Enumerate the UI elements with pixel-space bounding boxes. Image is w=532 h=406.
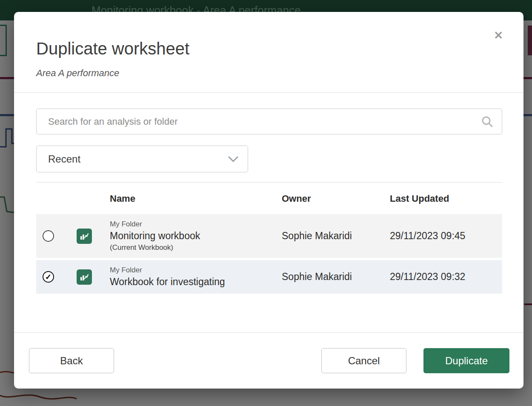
sort-filter-select[interactable]: Recent	[36, 146, 248, 172]
workbook-folder: My Folder	[110, 220, 282, 229]
radio-unselected[interactable]	[43, 230, 54, 242]
workbook-name-cell: My Folder Monitoring workbook (Current W…	[110, 220, 282, 252]
close-icon[interactable]: ✕	[494, 30, 503, 41]
back-button[interactable]: Back	[29, 348, 114, 373]
dialog-header: Duplicate worksheet Area A performance ✕	[14, 12, 523, 93]
duplicate-button[interactable]: Duplicate	[423, 348, 509, 373]
workbook-last-updated: 29/11/2023 09:45	[390, 230, 502, 242]
workbook-name-cell: My Folder Workbook for investigating	[110, 266, 282, 288]
checkmark-icon: ✓	[45, 273, 51, 281]
dialog-subtitle: Area A performance	[36, 68, 501, 79]
duplicate-worksheet-dialog: Duplicate worksheet Area A performance ✕…	[14, 12, 523, 389]
column-header-name: Name	[110, 193, 282, 204]
table-header-row: Name Owner Last Updated	[36, 182, 502, 214]
search-input[interactable]	[36, 109, 502, 134]
workbook-last-updated: 29/11/2023 09:32	[390, 271, 502, 283]
column-header-owner: Owner	[282, 193, 390, 204]
column-header-last-updated: Last Updated	[390, 193, 502, 204]
workbook-owner: Sophie Makaridi	[282, 230, 390, 242]
table-row[interactable]: ✓ My Folder Workbook for investigating	[36, 260, 502, 294]
workbook-name: Workbook for investigating	[110, 276, 282, 288]
workbook-icon	[77, 269, 92, 285]
radio-selected[interactable]: ✓	[43, 271, 54, 283]
cancel-button[interactable]: Cancel	[321, 348, 406, 373]
sort-filter-value: Recent	[48, 153, 80, 165]
dialog-title: Duplicate worksheet	[36, 39, 501, 58]
dialog-body: Recent Name Owner Last Updated	[14, 93, 523, 332]
workbook-folder: My Folder	[110, 266, 282, 274]
search-icon	[481, 116, 493, 127]
workbook-icon	[77, 229, 92, 244]
chevron-down-icon	[228, 156, 238, 162]
workbook-owner: Sophie Makaridi	[282, 271, 390, 283]
workbook-table: Name Owner Last Updated	[36, 182, 502, 294]
workbook-name: Monitoring workbook	[110, 230, 282, 242]
table-row[interactable]: My Folder Monitoring workbook (Current W…	[36, 214, 502, 258]
search-bar	[36, 109, 502, 134]
workbook-note: (Current Workbook)	[110, 243, 282, 252]
dialog-footer: Back Cancel Duplicate	[14, 332, 523, 389]
